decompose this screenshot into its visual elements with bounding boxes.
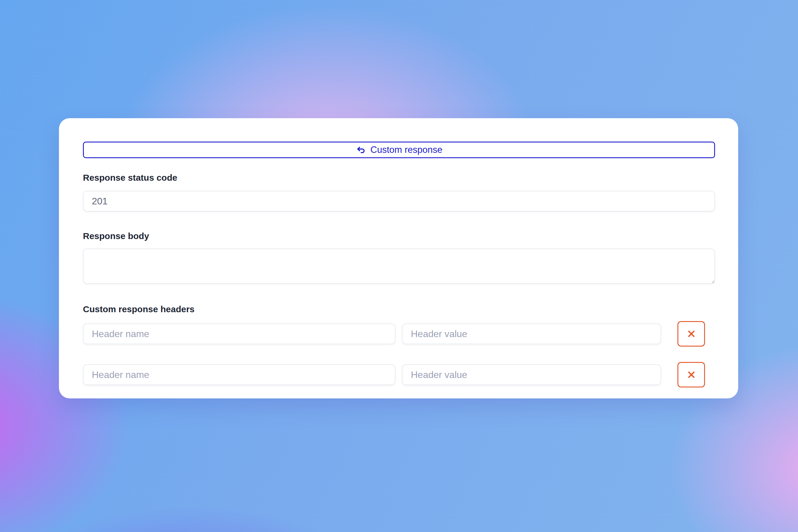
custom-headers-label: Custom response headers bbox=[83, 304, 715, 315]
header-row bbox=[83, 362, 715, 387]
header-name-input[interactable] bbox=[83, 364, 396, 385]
page-background: { "theme": { "accent_blue": "#2122cf", "… bbox=[0, 0, 798, 532]
custom-response-panel: Custom response Response status code Res… bbox=[59, 118, 738, 398]
reply-arrow-icon bbox=[356, 145, 366, 155]
response-body-textarea[interactable] bbox=[83, 248, 715, 284]
response-body-label: Response body bbox=[83, 231, 715, 242]
header-row bbox=[83, 321, 715, 346]
header-value-input[interactable] bbox=[402, 323, 661, 344]
x-icon bbox=[686, 329, 697, 339]
x-icon bbox=[686, 370, 697, 380]
status-code-input[interactable] bbox=[83, 191, 715, 211]
remove-header-button[interactable] bbox=[678, 362, 705, 387]
remove-header-button[interactable] bbox=[678, 321, 705, 346]
header-name-input[interactable] bbox=[83, 323, 396, 344]
header-value-input[interactable] bbox=[402, 364, 661, 385]
custom-response-button[interactable]: Custom response bbox=[83, 141, 715, 158]
custom-response-button-label: Custom response bbox=[370, 145, 442, 155]
status-code-label: Response status code bbox=[83, 172, 715, 183]
